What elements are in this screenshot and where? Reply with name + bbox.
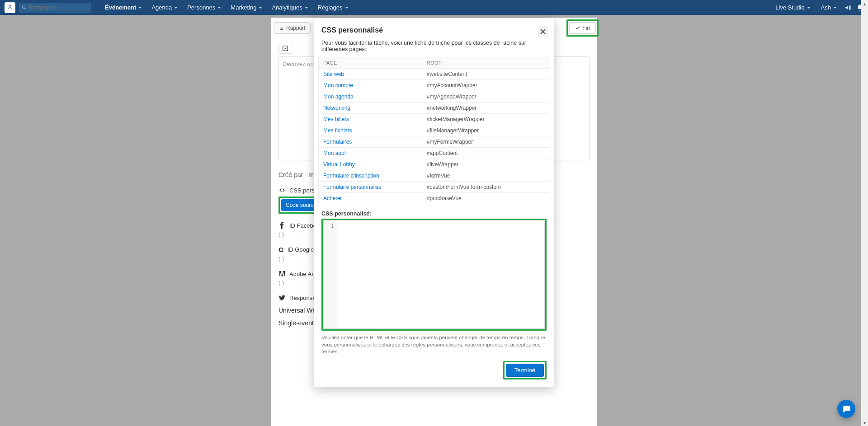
scroll-down-icon[interactable]: ▾ bbox=[861, 419, 868, 426]
browser-scrollbar[interactable]: ▴ ▾ bbox=[861, 0, 868, 426]
nav-agenda[interactable]: Agenda bbox=[148, 0, 182, 15]
modal-disclaimer: Veuillez noter que le HTML et le CSS sou… bbox=[321, 334, 547, 356]
nav-label: Live Studio bbox=[775, 4, 804, 11]
rapport-label: Rapport bbox=[286, 25, 306, 31]
page-link[interactable]: Acheter bbox=[323, 195, 342, 201]
table-row: Mes billets#ticketManagerWrapper bbox=[319, 114, 550, 125]
fin-label: Fin bbox=[582, 25, 590, 31]
page-link[interactable]: Site web bbox=[323, 71, 344, 77]
gutter-line-1: 1 bbox=[331, 223, 334, 229]
chevron-down-icon bbox=[807, 5, 811, 10]
created-by-label: Créé par bbox=[278, 171, 303, 178]
root-class-cell: #liveWrapper bbox=[422, 159, 550, 170]
nav-label: Personnes bbox=[187, 4, 215, 11]
root-class-cell: #ticketManagerWrapper bbox=[422, 114, 550, 125]
table-row: Acheter#purchaseVue bbox=[319, 193, 550, 204]
css-modal: CSS personnalisé Pour vous faciliter la … bbox=[314, 18, 554, 387]
root-class-cell: #myAgendaWrapper bbox=[422, 91, 550, 103]
chevron-down-icon bbox=[258, 5, 263, 10]
page-link[interactable]: Formulaires bbox=[323, 139, 352, 145]
nav-live-studio[interactable]: Live Studio bbox=[773, 0, 813, 15]
root-class-cell: #appContent bbox=[422, 148, 550, 159]
th-root: ROOT bbox=[422, 57, 550, 69]
table-row: Mes fichiers#fileManagerWrapper bbox=[319, 125, 550, 136]
page-link[interactable]: Mon agenda bbox=[323, 94, 354, 100]
nav-label: Réglages bbox=[318, 4, 343, 11]
nav-label: Agenda bbox=[151, 4, 172, 11]
page-link[interactable]: Networking bbox=[323, 105, 350, 111]
rapport-button[interactable]: Rapport bbox=[274, 22, 311, 34]
squirrel-icon bbox=[7, 5, 13, 11]
scroll-up-icon[interactable]: ▴ bbox=[861, 0, 868, 7]
chevron-down-icon bbox=[217, 5, 222, 10]
root-class-cell: #websiteContent bbox=[422, 69, 550, 80]
search-input-wrap[interactable] bbox=[19, 3, 91, 13]
root-class-cell: #myFormsWrapper bbox=[422, 136, 550, 148]
nav-label: Analytiques bbox=[272, 4, 302, 11]
search-input[interactable] bbox=[28, 5, 89, 11]
topbar: Événement Agenda Personnes Marketing Ana… bbox=[0, 0, 868, 15]
th-page: PAGE bbox=[319, 57, 422, 69]
table-row: Formulaires#myFormsWrapper bbox=[319, 136, 550, 148]
table-row: Mon agenda#myAgendaWrapper bbox=[319, 91, 550, 103]
nav-label: Marketing bbox=[231, 4, 256, 11]
video-slot[interactable] bbox=[278, 43, 292, 54]
close-icon bbox=[540, 29, 546, 34]
page-link[interactable]: Mes billets bbox=[323, 116, 349, 122]
twitter-icon bbox=[278, 294, 286, 301]
css-editor-textarea[interactable] bbox=[337, 221, 544, 328]
root-class-cell: #customFormVue.form-custom bbox=[422, 182, 550, 193]
nav-evenement[interactable]: Événement bbox=[101, 0, 146, 15]
fin-button-highlight: Fin bbox=[566, 19, 599, 37]
nav-analytiques[interactable]: Analytiques bbox=[268, 0, 312, 15]
table-row: Formulaire personnalisé#customFormVue.fo… bbox=[319, 182, 550, 193]
google-icon: G bbox=[278, 246, 284, 253]
nav-personnes[interactable]: Personnes bbox=[184, 0, 225, 15]
topbar-right: Live Studio Ash bbox=[773, 0, 863, 15]
nav-label: Événement bbox=[105, 4, 136, 11]
root-class-cell: #fileManagerWrapper bbox=[422, 125, 550, 136]
root-class-table: PAGE ROOT Site web#websiteContentMon com… bbox=[318, 57, 550, 204]
facebook-icon bbox=[278, 222, 286, 229]
done-button-highlight: Terminé bbox=[503, 361, 547, 379]
nav-marketing[interactable]: Marketing bbox=[227, 0, 266, 15]
css-editor-label: CSS personnalisé: bbox=[321, 211, 547, 217]
intercom-chat-button[interactable] bbox=[837, 400, 855, 418]
page-link[interactable]: Formulaire d'inscription bbox=[323, 173, 379, 179]
nav-user[interactable]: Ash bbox=[818, 0, 840, 15]
chevron-down-icon bbox=[138, 5, 142, 10]
page-link[interactable]: Mon appli bbox=[323, 150, 347, 156]
main-nav: Événement Agenda Personnes Marketing Ana… bbox=[101, 0, 353, 15]
code-icon bbox=[278, 187, 286, 194]
page-link[interactable]: Virtual Lobby bbox=[323, 161, 355, 168]
page-link[interactable]: Mes fichiers bbox=[323, 127, 352, 134]
megaphone-icon[interactable] bbox=[844, 4, 852, 11]
search-icon bbox=[22, 5, 27, 10]
table-row: Formulaire d'inscription#formVue bbox=[319, 170, 550, 182]
adobe-icon bbox=[278, 270, 286, 277]
editor-gutter: 1 bbox=[324, 221, 337, 328]
fin-button[interactable]: Fin bbox=[569, 22, 596, 34]
chevron-down-icon bbox=[833, 5, 837, 10]
page-link[interactable]: Formulaire personnalisé bbox=[323, 184, 382, 190]
app-logo[interactable] bbox=[5, 2, 15, 13]
root-class-cell: #purchaseVue bbox=[422, 193, 550, 204]
css-editor-highlight: 1 bbox=[321, 219, 547, 331]
table-row: Networking#networkingWrapper bbox=[319, 103, 550, 114]
close-button[interactable] bbox=[538, 26, 548, 37]
chevron-down-icon bbox=[304, 5, 309, 10]
chevron-down-icon bbox=[174, 5, 178, 10]
root-class-cell: #myAccountWrapper bbox=[422, 80, 550, 91]
check-icon bbox=[575, 25, 580, 31]
root-class-cell: #formVue bbox=[422, 170, 550, 182]
nav-label: Ash bbox=[821, 4, 831, 11]
nav-reglages[interactable]: Réglages bbox=[314, 0, 353, 15]
table-row: Virtual Lobby#liveWrapper bbox=[319, 159, 550, 170]
root-class-cell: #networkingWrapper bbox=[422, 103, 550, 114]
modal-intro: Pour vous faciliter la tâche, voici une … bbox=[321, 40, 547, 52]
play-icon bbox=[282, 45, 288, 51]
done-button[interactable]: Terminé bbox=[506, 364, 544, 377]
chevron-down-icon bbox=[344, 5, 349, 10]
chat-icon bbox=[842, 404, 851, 413]
page-link[interactable]: Mon compte bbox=[323, 82, 353, 89]
